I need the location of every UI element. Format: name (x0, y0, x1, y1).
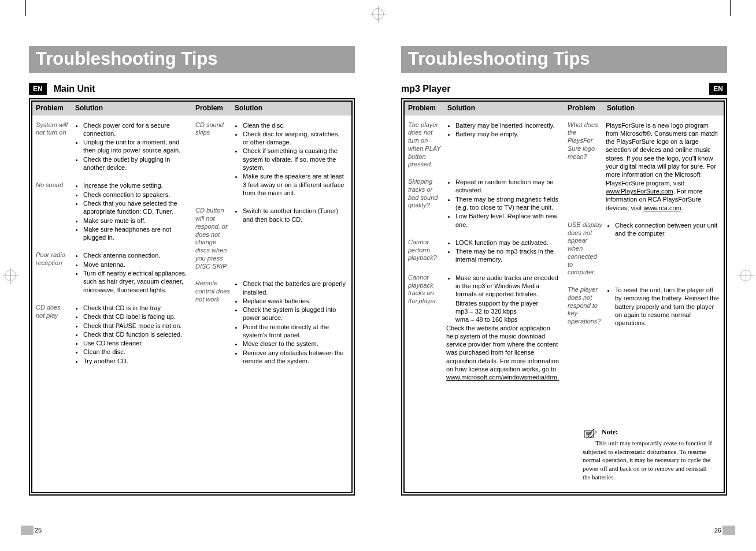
problem-cell: The player does not turn on when PLAY bu… (405, 116, 445, 173)
subhead-right: mp3 Player (401, 84, 450, 94)
page-number-right: 26 (714, 527, 721, 534)
problem-cell: Cannot playback tracks on the player. (405, 268, 445, 385)
solution-text: PlaysForSure is a new logo program from … (606, 121, 719, 212)
problem-cell: No sound (32, 176, 73, 245)
note-block: Note: This unit may temporarily cease to… (583, 427, 716, 482)
list-item: There may be no mp3 tracks in the intern… (455, 247, 559, 264)
solution-cell: To reset the unit, turn the player off b… (605, 280, 724, 331)
list-item: Check the outlet by plugging in another … (83, 155, 187, 172)
list-item: To reset the unit, turn the player off b… (615, 286, 719, 327)
list-item: LOCK function may be activated. (455, 239, 559, 247)
list-item: Unplug the unit for a moment, and then p… (83, 138, 187, 155)
table-row: CD button will not respond, or does not … (192, 201, 351, 274)
problem-cell: The player does not respond to key opera… (564, 280, 605, 331)
col-header-solution: Solution (231, 102, 351, 116)
list-item: Check disc for warping, scratches, or ot… (243, 130, 347, 147)
table-row: USB display does not appear when connect… (564, 215, 724, 280)
solution-cell: Clean the disc.Check disc for warping, s… (232, 116, 351, 202)
problem-cell: Remote control does not work (192, 274, 232, 369)
page-title-left: Troubleshooting Tips (29, 46, 355, 73)
list-item: Replace weak batteries. (243, 297, 347, 305)
lang-tag-left: EN (29, 83, 47, 95)
list-item: wma – 48 to 160 kbps (446, 315, 559, 323)
solution-cell: Increase the volume setting.Check connec… (73, 176, 192, 245)
lang-tag-right: EN (709, 83, 727, 95)
list-item: Move antenna. (83, 260, 187, 269)
col-header-solution: Solution (444, 102, 564, 116)
list-item: Move closer to the system. (243, 340, 347, 348)
list-item: mp3 – 32 to 320 kbps (446, 307, 559, 315)
page-right: Troubleshooting Tips mp3 Player EN Probl… (378, 0, 756, 551)
list-item: Check connection between your unit and t… (615, 221, 719, 238)
list-item: Check that CD label is facing up. (83, 312, 187, 321)
table-row: No soundIncrease the volume setting.Chec… (32, 176, 192, 245)
manual-spread: Troubleshooting Tips EN Main Unit Proble… (0, 0, 756, 551)
solution-cell: Check that CD is in the tray.Check that … (73, 298, 192, 369)
table-row: System will not turn onCheck power cord … (32, 116, 192, 176)
note-icon (583, 427, 598, 439)
table-row: Cannot perform playback?LOCK function ma… (405, 233, 564, 268)
table-row: CD does not playCheck that CD is in the … (32, 298, 192, 369)
page-number-left: 25 (35, 527, 42, 534)
list-item: Check that you have selected the appropr… (83, 199, 187, 216)
list-item: Use CD lens cleaner. (83, 339, 187, 347)
link-text: www.PlaysForSure.com (606, 188, 673, 195)
page-tab-right (722, 526, 735, 535)
solution-cell: Make sure audio tracks are encoded in th… (445, 268, 564, 385)
solution-cell: Repeat or random function may be activat… (445, 172, 564, 233)
list-item: Increase the volume setting. (83, 181, 187, 189)
problem-cell: System will not turn on (32, 116, 73, 176)
col-header-solution: Solution (72, 102, 192, 116)
list-item: Bitrates support by the player: (446, 299, 559, 307)
list-item: Check that CD is in the tray. (83, 304, 187, 312)
crop-line (730, 0, 731, 16)
crop-mark-right (740, 270, 751, 281)
problem-cell: USB display does not appear when connect… (564, 215, 605, 280)
list-item: Check connection to speakers. (83, 191, 187, 199)
list-item: Remove any obstacles between the remote … (243, 349, 347, 366)
subhead-row-right: mp3 Player EN (401, 83, 727, 95)
table-row: The player does not turn on when PLAY bu… (405, 116, 564, 173)
list-item: Battery may be inserted incorrectly. (455, 121, 559, 129)
table-row: The player does not respond to key opera… (564, 280, 724, 331)
problem-cell: What does the PlaysFor Sure logo mean? (564, 116, 605, 215)
link-text: www.rca.com (643, 204, 681, 211)
col-header-problem: Problem (564, 102, 603, 116)
solution-cell: Check connection between your unit and t… (605, 215, 724, 280)
solution-cell: Check that the batteries are properly in… (232, 274, 351, 369)
crop-mark-top (372, 8, 384, 20)
list-item: Check that PAUSE mode is not on. (83, 322, 187, 330)
solution-cell: Check antenna connection.Move antenna.Tu… (73, 245, 192, 297)
solution-cell: Battery may be inserted incorrectly.Batt… (445, 116, 564, 173)
list-item: Repeat or random function may be activat… (455, 178, 559, 195)
problem-cell: Skipping tracks or bad sound quality? (405, 172, 445, 233)
list-item: Make sure mute is off. (83, 217, 187, 225)
link-text: www.microsoft.com/windowsmedia/drm. (446, 374, 559, 381)
page-title-right: Troubleshooting Tips (401, 46, 727, 73)
problem-cell: Cannot perform playback? (405, 233, 445, 268)
subhead-row-left: EN Main Unit (29, 83, 355, 95)
list-item: Make sure audio tracks are encoded in th… (455, 274, 559, 299)
crop-mark-left (5, 270, 16, 281)
table-right: Problem Solution The player does not tur… (401, 98, 727, 496)
list-item: Clean the disc. (83, 348, 187, 356)
crop-line (25, 0, 26, 16)
problem-cell: CD button will not respond, or does not … (192, 201, 232, 274)
table-row: Remote control does not workCheck that t… (192, 274, 351, 369)
table-row: What does the PlaysFor Sure logo mean?Pl… (564, 116, 724, 215)
list-item: There may be strong magnetic fields (e.g… (455, 195, 559, 212)
list-item: Check if something is causing the system… (243, 147, 347, 172)
list-item: Check antenna connection. (83, 251, 187, 259)
problem-cell: CD does not play (32, 298, 73, 369)
solution-cell: LOCK function may be activated.There may… (445, 233, 564, 268)
page-tab-left (21, 526, 34, 535)
note-title: Note: (602, 428, 618, 436)
table-row: Cannot playback tracks on the player.Mak… (405, 268, 564, 385)
table-row: Skipping tracks or bad sound quality?Rep… (405, 172, 564, 233)
list-item: Try another CD. (83, 357, 187, 365)
problem-cell: Poor radio reception (32, 245, 73, 297)
subhead-left: Main Unit (54, 84, 95, 94)
problem-cell: CD sound skips (192, 116, 232, 202)
solution-cell: PlaysForSure is a new logo program from … (605, 116, 724, 215)
col-header-problem: Problem (405, 102, 444, 116)
